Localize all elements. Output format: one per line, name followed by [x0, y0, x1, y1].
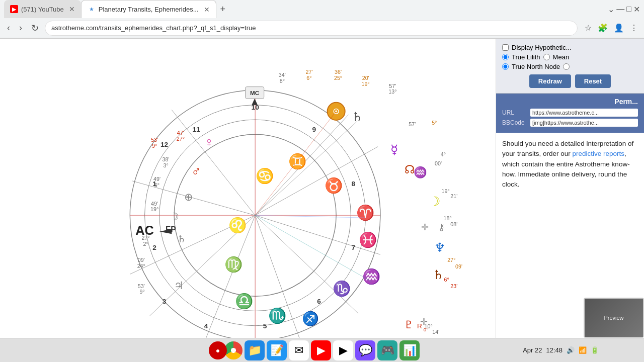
- profile-button[interactable]: 👤: [612, 22, 626, 34]
- svg-text:5°: 5°: [154, 182, 159, 188]
- svg-text:18°: 18°: [444, 215, 452, 221]
- svg-text:19°: 19°: [442, 188, 450, 194]
- svg-text:♑: ♑: [333, 280, 351, 298]
- refresh-button[interactable]: ↻: [28, 22, 42, 35]
- svg-text:✛: ✛: [421, 222, 429, 232]
- close-button[interactable]: ✕: [633, 5, 640, 14]
- svg-text:♃: ♃: [174, 280, 184, 292]
- predictive-reports-link[interactable]: predictive reports: [573, 150, 625, 157]
- svg-text:11: 11: [192, 126, 200, 133]
- btn-row: Redraw Reset: [502, 74, 638, 88]
- tab-youtube-close[interactable]: ✕: [69, 5, 75, 13]
- url-input[interactable]: [530, 109, 638, 117]
- svg-text:♉: ♉: [325, 176, 343, 195]
- perm-title: Perm...: [502, 98, 638, 106]
- tab-youtube-label: (571) YouTube: [21, 6, 64, 13]
- svg-text:14': 14': [432, 329, 439, 335]
- mean-north-node-radio[interactable]: [563, 63, 570, 70]
- svg-text:☽: ☽: [170, 211, 179, 223]
- battery-icon: 🔋: [591, 346, 599, 354]
- svg-text:23': 23': [450, 283, 457, 289]
- svg-text:5: 5: [263, 322, 267, 330]
- svg-text:☽: ☽: [429, 194, 440, 208]
- files-icon[interactable]: 📁: [245, 340, 265, 360]
- svg-text:♍: ♍: [224, 255, 243, 274]
- play-store-icon[interactable]: ▶: [333, 340, 353, 360]
- svg-text:19°: 19°: [362, 81, 370, 87]
- chrome-icon[interactable]: [224, 341, 243, 359]
- maximize-button[interactable]: □: [626, 5, 631, 14]
- bbcode-input[interactable]: [530, 119, 638, 127]
- tab-bar: ▶ (571) YouTube ✕ ★ Planetary Transits, …: [0, 0, 644, 18]
- svg-text:♒: ♒: [414, 166, 427, 179]
- tab-list-button[interactable]: ⌄: [608, 5, 614, 14]
- thumbnail-preview: Preview: [584, 298, 644, 338]
- reset-button[interactable]: Reset: [575, 74, 611, 88]
- wifi-icon: 📶: [579, 346, 587, 354]
- svg-text:♒: ♒: [362, 267, 381, 286]
- taskbar: 📁 📝 ✉ ▶ ▶ 💬 🎮 📊 ● Apr 22 12:48 🔊 📶 🔋 Pre…: [0, 338, 644, 362]
- minimize-button[interactable]: —: [616, 5, 624, 14]
- chat-icon[interactable]: 💬: [355, 340, 375, 360]
- tab-overflow: ⌄ — □ ✕: [608, 5, 640, 14]
- main-content: 10 9 8 7 6 5 4 3 2 1 11 12 MC ♄ ♀: [0, 39, 644, 362]
- mean-radio[interactable]: [543, 54, 550, 60]
- forward-button[interactable]: ›: [16, 22, 25, 34]
- svg-text:09': 09': [138, 257, 145, 263]
- extension-button[interactable]: 🧩: [596, 22, 610, 34]
- svg-text:36': 36': [335, 69, 342, 75]
- svg-text:25°: 25°: [334, 75, 342, 81]
- bookmark-star-button[interactable]: ☆: [583, 22, 594, 34]
- svg-text:49': 49': [151, 201, 158, 207]
- svg-text:♌: ♌: [228, 216, 247, 234]
- address-input[interactable]: [45, 21, 578, 36]
- gmail-icon[interactable]: ✉: [289, 340, 309, 360]
- address-bar: ‹ › ↻ ☆ 🧩 👤 ⋮: [0, 18, 644, 38]
- youtube-favicon: ▶: [10, 5, 18, 13]
- perm-box: Perm... URL BBCode: [496, 94, 644, 133]
- svg-text:2: 2: [152, 244, 156, 251]
- true-north-node-label: True North Node: [512, 63, 560, 70]
- svg-text:⚷: ⚷: [438, 222, 445, 232]
- svg-text:♓: ♓: [359, 231, 377, 249]
- true-north-node-radio[interactable]: [502, 63, 509, 70]
- svg-text:⊕: ⊕: [184, 191, 193, 203]
- svg-text:3: 3: [163, 298, 167, 305]
- description-text: Should you need a detailed interpretatio…: [502, 139, 638, 190]
- svg-marker-30: [252, 99, 258, 105]
- menu-button[interactable]: ⋮: [628, 22, 640, 34]
- youtube-taskbar-icon[interactable]: ▶: [311, 340, 331, 360]
- tab-planetary[interactable]: ★ Planetary Transits, Ephemerides... ✕: [81, 0, 216, 18]
- display-hypothetical-label: Display Hypothetic...: [512, 44, 572, 51]
- docs-icon[interactable]: 📝: [267, 340, 287, 360]
- tab-planetary-close[interactable]: ✕: [204, 6, 210, 14]
- tab-youtube[interactable]: ▶ (571) YouTube ✕: [4, 0, 81, 18]
- svg-text:38': 38': [163, 156, 170, 162]
- url-row: URL: [502, 109, 638, 117]
- svg-text:6°: 6°: [444, 277, 449, 283]
- svg-text:2°: 2°: [143, 241, 148, 247]
- svg-text:♋: ♋: [256, 167, 274, 185]
- new-tab-button[interactable]: +: [216, 4, 230, 15]
- back-button[interactable]: ‹: [4, 22, 13, 34]
- redraw-button[interactable]: Redraw: [529, 74, 571, 88]
- sheets-icon[interactable]: 📊: [399, 340, 420, 360]
- svg-text:27°: 27°: [177, 136, 185, 142]
- mean-label: Mean: [553, 53, 570, 61]
- true-lilith-radio[interactable]: [502, 54, 509, 60]
- svg-text:20': 20': [362, 75, 369, 81]
- svg-text:47': 47': [177, 130, 184, 136]
- taskbar-date-label: Apr 22: [523, 346, 542, 354]
- tab-planetary-label: Planetary Transits, Ephemerides...: [99, 6, 199, 13]
- svg-text:♎: ♎: [235, 292, 254, 310]
- svg-text:6: 6: [317, 298, 321, 305]
- svg-text:10°: 10°: [424, 323, 432, 329]
- svg-text:27°: 27°: [141, 235, 149, 241]
- game-icon[interactable]: 🎮: [377, 340, 397, 360]
- svg-text:8: 8: [351, 180, 355, 188]
- svg-text:3°: 3°: [163, 162, 168, 168]
- display-hypothetical-checkbox[interactable]: [502, 44, 509, 51]
- svg-text:27°: 27°: [447, 257, 455, 263]
- svg-text:MC: MC: [250, 89, 260, 96]
- svg-text:00': 00': [435, 160, 442, 166]
